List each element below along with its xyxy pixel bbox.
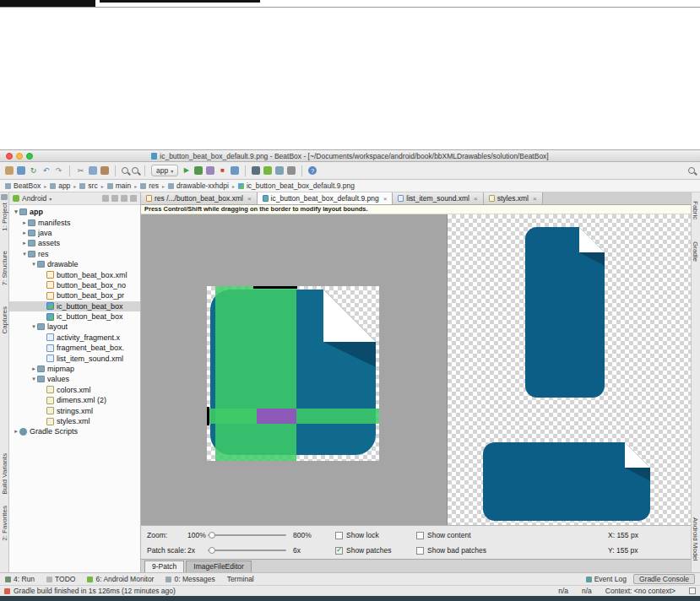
tool-button-todo[interactable]: TODO [46,575,75,583]
tree-item-button-beat-box-pressed[interactable]: button_beat_box_pr [9,290,140,300]
tree-item-gradle-scripts[interactable]: ▸Gradle Scripts [9,426,140,436]
editor-tab-list-item-sound[interactable]: list_item_sound.xml× [393,192,483,204]
show-content-checkbox[interactable]: Show content [416,531,526,539]
undo-icon[interactable]: ↶ [41,166,51,176]
close-icon[interactable]: × [247,195,252,203]
tree-item-button-beat-box-xml[interactable]: button_beat_box.xml [9,269,140,279]
tree-item-app[interactable]: ▾app [9,207,140,217]
breadcrumb-item-app[interactable]: app [50,181,70,190]
zoom-slider[interactable] [208,534,286,536]
filter-icon[interactable] [102,195,109,202]
tree-item-values[interactable]: ▾values [9,374,140,384]
copy-icon[interactable] [89,166,97,175]
sync-icon[interactable]: ↻ [29,166,38,176]
patch-scale-slider[interactable] [208,550,286,551]
breadcrumb-item-src[interactable]: src [79,181,97,190]
tool-button-structure[interactable]: 7: Structure [1,251,8,285]
build-icon[interactable] [287,166,296,175]
patch-marker-top[interactable] [253,286,297,289]
breadcrumb-item-file[interactable]: ic_button_beat_box_default.9.png [238,181,355,190]
tab-image-file-editor[interactable]: ImageFileEditor [186,560,252,572]
tool-button-run[interactable]: 4: Run [5,575,35,583]
breadcrumb-item-drawable-xxhdpi[interactable]: drawable-xxhdpi [168,181,229,190]
show-lock-checkbox[interactable]: Show lock [335,531,416,539]
tree-item-button-beat-box-normal[interactable]: button_beat_box_no [9,280,140,290]
help-icon[interactable]: ? [308,166,317,175]
tool-button-favorites[interactable]: 2: Favorites [1,506,8,541]
replace-icon[interactable] [132,167,138,174]
coverage-icon[interactable] [206,166,214,175]
save-all-icon[interactable] [17,166,25,175]
tool-button-build-variants[interactable]: Build Variants [1,453,8,495]
tree-item-strings-xml[interactable]: strings.xml [9,405,140,415]
nine-patch-image[interactable] [207,286,379,461]
hide-panel-icon[interactable] [130,195,137,202]
show-bad-patches-checkbox[interactable]: Show bad patches [416,546,526,555]
debug-icon[interactable] [194,166,203,175]
tool-button-messages[interactable]: 0: Messages [166,575,214,583]
tree-expanded-icon[interactable]: ▾ [30,376,37,382]
tree-expanded-icon[interactable]: ▾ [30,323,37,330]
cut-icon[interactable]: ✂ [76,166,85,176]
checkbox-icon[interactable] [335,532,343,539]
open-icon[interactable] [5,166,14,175]
editor-tab-ic-button-beat-box-default[interactable]: ic_button_beat_box_default.9.png× [258,192,393,204]
patch-marker-left[interactable] [207,407,209,425]
zoom-window-button[interactable] [26,153,33,160]
tree-item-styles-xml[interactable]: styles.xml [9,416,140,426]
tree-item-drawable[interactable]: ▾drawable [9,259,140,269]
close-icon[interactable]: × [533,195,537,203]
tool-button-android-model[interactable]: Android Model [692,517,699,561]
checkbox-icon[interactable] [416,547,424,555]
run-configuration-dropdown[interactable]: app ▾ [151,165,178,176]
close-icon[interactable]: × [474,195,478,203]
minimize-window-button[interactable] [16,153,23,160]
tree-item-colors-xml[interactable]: colors.xml [9,385,140,395]
build-status-icon[interactable] [4,588,10,594]
tree-item-manifests[interactable]: ▸manifests [9,217,140,227]
breadcrumb-item-main[interactable]: main [107,181,131,190]
lock-icon[interactable] [689,587,696,594]
sdk-manager-icon[interactable] [263,166,272,175]
tree-item-ic-button-beat-box-selected[interactable]: ic_button_beat_box [9,301,140,311]
tree-collapsed-icon[interactable]: ▸ [30,365,37,372]
avd-manager-icon[interactable] [252,166,260,175]
tree-collapsed-icon[interactable]: ▸ [21,230,28,236]
paste-icon[interactable] [100,166,109,175]
tree-item-java[interactable]: ▸java [9,228,140,238]
tool-button-terminal[interactable]: Terminal [227,575,254,583]
show-patches-checkbox[interactable]: ✓Show patches [335,546,416,555]
gradle-sync-icon[interactable] [275,166,284,175]
tree-expanded-icon[interactable]: ▾ [13,208,19,215]
zoom-slider-knob[interactable] [209,532,215,539]
close-icon[interactable]: × [383,195,388,203]
redo-icon[interactable]: ↷ [54,166,63,176]
checkbox-icon[interactable] [416,532,424,539]
checkbox-checked-icon[interactable]: ✓ [335,547,343,555]
tool-button-gradle-console[interactable]: Gradle Console [633,574,695,584]
tree-item-res[interactable]: ▾res [9,249,140,259]
nine-patch-canvas[interactable] [141,214,448,525]
tree-item-assets[interactable]: ▸assets [9,238,140,248]
close-window-button[interactable] [6,153,13,160]
patch-scale-slider-knob[interactable] [209,547,215,554]
tree-expanded-icon[interactable]: ▾ [21,251,28,257]
tool-button-project[interactable]: 1: Project [1,203,8,231]
sort-icon[interactable] [111,195,118,202]
tool-button-captures[interactable]: Captures [1,306,8,333]
tree-expanded-icon[interactable]: ▾ [30,261,37,268]
tree-item-layout[interactable]: ▾layout [9,322,140,332]
stop-icon[interactable]: ■ [218,166,227,176]
tree-collapsed-icon[interactable]: ▸ [13,428,19,435]
tree-item-list-item-sound[interactable]: list_item_sound.xml [9,353,140,363]
tool-button-fabric[interactable]: Fabric [692,201,699,219]
tree-item-activity-fragment[interactable]: activity_fragment.x [9,333,140,343]
find-icon[interactable] [122,167,128,174]
tool-button-android-monitor[interactable]: 6: Android Monitor [87,575,154,583]
tree-item-dimens-xml[interactable]: dimens.xml (2) [9,395,140,405]
run-icon[interactable]: ▶ [182,166,191,176]
tab-9-patch[interactable]: 9-Patch [144,560,184,572]
search-icon[interactable] [688,167,695,174]
project-view-selector[interactable]: Android [22,194,46,203]
tree-item-fragment-beat-box[interactable]: fragment_beat_box. [9,343,140,353]
